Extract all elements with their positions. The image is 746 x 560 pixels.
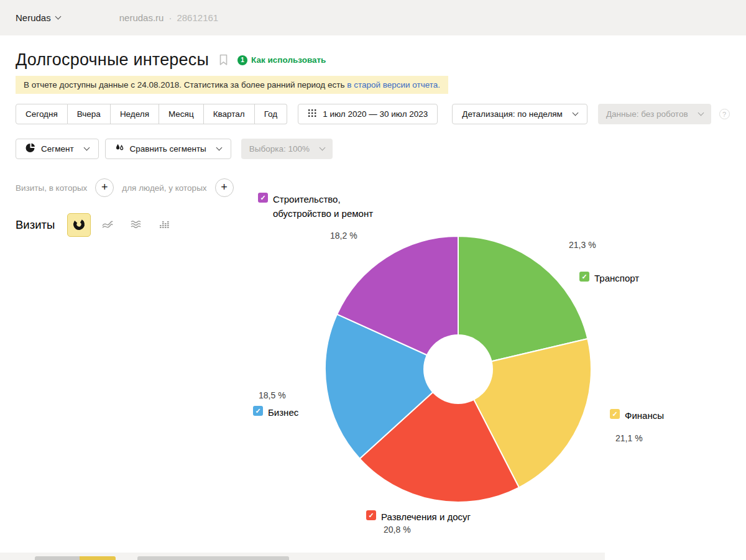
period-today-button[interactable]: Сегодня (16, 104, 68, 124)
bookmark-icon[interactable] (218, 53, 229, 67)
legend-item-transport: ✓ Транспорт (579, 271, 639, 285)
legend-item-entertainment: ✓ Развлечения и досуг (366, 510, 471, 524)
site-domain: nerudas.ru (119, 12, 164, 23)
counter-id: 28612161 (177, 12, 218, 23)
percent-entertainment: 20,8 % (384, 525, 411, 535)
chevron-down-icon (320, 145, 326, 151)
period-yesterday-button[interactable]: Вчера (68, 104, 111, 124)
checkbox-entertainment[interactable]: ✓ (366, 510, 376, 520)
bottom-strip-segment (137, 556, 289, 560)
top-bar: Nerudas nerudas.ru · 28612161 (0, 0, 746, 35)
date-range-button[interactable]: 1 июл 2020 — 30 июл 2023 (298, 104, 438, 124)
period-quarter-button[interactable]: Квартал (204, 104, 255, 124)
pie-segment-icon (25, 143, 35, 155)
legend-item-business: ✓ Бизнес (253, 405, 298, 420)
counter-name: Nerudas (16, 12, 51, 23)
banner-text: В отчете доступны данные с 24.08.2018. С… (24, 80, 344, 90)
legend-item-finance: ✓ Финансы (610, 408, 664, 423)
data-mode-label: Данные: без роботов (606, 109, 688, 119)
separator-dot: · (168, 12, 172, 23)
sampling-button[interactable]: Выборка: 100% (241, 139, 333, 159)
site-info: nerudas.ru · 28612161 (119, 12, 218, 23)
how-to-use-label: Как использовать (251, 55, 326, 65)
checkbox-construction[interactable]: ✓ (258, 193, 268, 203)
data-notice-banner: В отчете доступны данные с 24.08.2018. С… (16, 76, 448, 94)
period-button-group: Сегодня Вчера Неделя Месяц Квартал Год (16, 104, 287, 124)
legend-label-transport: Транспорт (594, 271, 639, 285)
page-title: Долгосрочные интересы (16, 50, 209, 70)
chevron-down-icon (572, 110, 578, 116)
legend-item-construction: ✓ Строительство, обустройство и ремонт (258, 192, 385, 221)
bottom-cutoff-strip (0, 553, 605, 560)
legend-label-business: Бизнес (268, 405, 298, 420)
percent-construction: 18,2 % (330, 231, 357, 241)
chevron-down-icon (698, 110, 704, 116)
chevron-down-icon (55, 14, 61, 20)
percent-finance: 21,1 % (615, 433, 643, 443)
segment-label: Сегмент (41, 144, 74, 154)
title-row: Долгосрочные интересы 1 Как использовать (16, 50, 730, 70)
chevron-down-icon (83, 145, 90, 151)
calendar-grid-icon (308, 109, 317, 119)
chevron-down-icon (216, 145, 222, 151)
pie-chart-region: ✓ Строительство, обустройство и ремонт 1… (0, 174, 746, 554)
detalization-label: Детализация: по неделям (462, 109, 563, 119)
legend-label-construction: Строительство, обустройство и ремонт (273, 192, 385, 221)
sampling-label: Выборка: 100% (249, 144, 310, 154)
period-toolbar: Сегодня Вчера Неделя Месяц Квартал Год 1… (16, 104, 730, 124)
donut-hole (423, 334, 493, 404)
detalization-button[interactable]: Детализация: по неделям (452, 104, 587, 124)
legend-label-finance: Финансы (625, 408, 664, 423)
percent-business: 18,5 % (259, 390, 286, 400)
segment-button[interactable]: Сегмент (16, 139, 99, 159)
data-mode-button[interactable]: Данные: без роботов (598, 104, 711, 124)
percent-transport: 21,3 % (569, 240, 596, 250)
segment-toolbar: Сегмент Сравнить сегменты Выборка: 100% (16, 139, 730, 159)
help-question-icon[interactable]: ? (719, 109, 730, 119)
compare-segments-label: Сравнить сегменты (130, 144, 206, 154)
legend-label-entertainment: Развлечения и досуг (381, 510, 471, 524)
checkbox-transport[interactable]: ✓ (579, 272, 589, 282)
bottom-strip-segment (80, 556, 116, 560)
info-badge-icon: 1 (237, 55, 247, 65)
drops-compare-icon (115, 144, 124, 154)
period-week-button[interactable]: Неделя (111, 104, 159, 124)
how-to-use-link[interactable]: 1 Как использовать (237, 55, 326, 65)
date-range-label: 1 июл 2020 — 30 июл 2023 (323, 109, 428, 119)
compare-segments-button[interactable]: Сравнить сегменты (105, 139, 231, 159)
counter-switcher[interactable]: Nerudas (16, 12, 60, 23)
old-report-link[interactable]: в старой версии отчета. (347, 80, 440, 90)
period-month-button[interactable]: Месяц (159, 104, 204, 124)
period-year-button[interactable]: Год (255, 104, 288, 124)
bottom-strip-segment (35, 556, 80, 560)
checkbox-business[interactable]: ✓ (253, 406, 263, 416)
pie-chart (318, 229, 598, 509)
checkbox-finance[interactable]: ✓ (610, 409, 620, 419)
